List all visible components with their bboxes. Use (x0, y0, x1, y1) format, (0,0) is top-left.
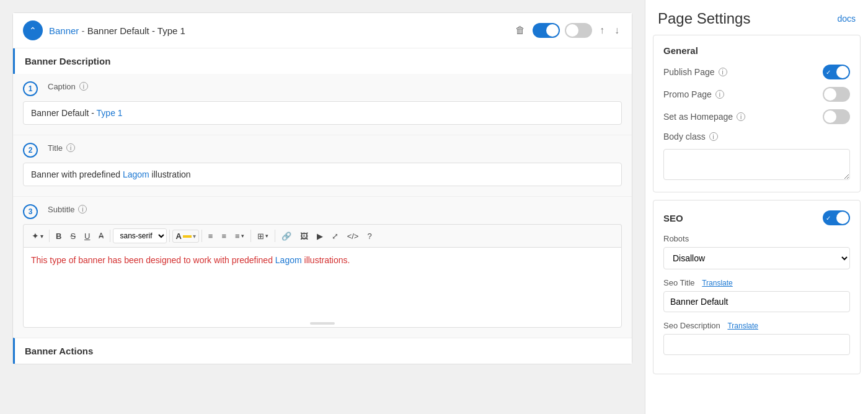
set-homepage-label: Set as Homepage i (663, 112, 745, 122)
move-down-button[interactable]: ↓ (612, 22, 622, 38)
set-homepage-toggle[interactable] (823, 109, 850, 124)
toolbar-sep-6 (275, 230, 275, 242)
publish-page-label: Publish Page i (663, 67, 727, 77)
toolbar-unordered-list-btn[interactable]: ≡ (205, 229, 217, 243)
seo-title-label-text: Seo Title (663, 278, 695, 287)
toolbar-bold-btn[interactable]: B (52, 229, 65, 243)
toolbar-help-btn[interactable]: ? (363, 229, 375, 243)
set-homepage-row: Set as Homepage i (663, 109, 850, 124)
toolbar-sep-5 (250, 230, 251, 242)
block-card: ⌃ Banner - Banner Default - Type 1 🗑 ↑ ↓… (12, 12, 632, 364)
editor-text-prefix: This type of banner has been designed to… (31, 255, 275, 265)
toolbar-media-btn[interactable]: ▶ (313, 229, 327, 243)
set-homepage-label-text: Set as Homepage (663, 112, 733, 122)
toolbar-fullscreen-btn[interactable]: ⤢ (328, 229, 342, 243)
title-input[interactable]: Banner with predefined Lagom illustratio… (23, 163, 622, 186)
body-class-field: Body class i (663, 132, 850, 182)
seo-description-label-text: Seo Description (663, 321, 720, 330)
seo-settings-section: SEO Robots Disallow Allow Seo Title Tran… (653, 200, 861, 374)
seo-description-input[interactable] (663, 334, 850, 355)
title-field-section: 2 Title i Banner with predefined Lagom i… (13, 135, 632, 196)
publish-page-toggle[interactable] (823, 65, 850, 79)
page-settings-title: Page Settings (658, 10, 750, 27)
toolbar-underline-btn[interactable]: U (81, 229, 94, 243)
toolbar-link-btn[interactable]: 🔗 (278, 229, 295, 243)
body-class-info: i (709, 132, 718, 141)
title-field-row: 2 Title i (23, 143, 622, 158)
seo-title: SEO (663, 213, 683, 223)
seo-header: SEO (663, 210, 850, 225)
title-info-icon: i (66, 143, 75, 152)
banner-description-title: Banner Description (25, 56, 110, 66)
title-number: 2 (23, 143, 38, 158)
promo-page-info: i (715, 90, 724, 99)
right-sidebar: Page Settings docs General Publish Page … (645, 0, 868, 414)
seo-toggle[interactable] (823, 210, 850, 225)
toolbar-sep-2 (110, 230, 110, 242)
block-toggle[interactable] (533, 23, 560, 38)
subtitle-label-group: Subtitle i (48, 204, 87, 214)
block-title-dash: - (82, 25, 87, 36)
promo-page-label-text: Promo Page (663, 89, 712, 99)
seo-description-label: Seo Description Translate (663, 321, 850, 330)
seo-title-input[interactable] (663, 291, 850, 312)
editor-content: This type of banner has been designed to… (31, 255, 614, 265)
title-label-group: Title i (48, 143, 75, 153)
publish-page-row: Publish Page i (663, 65, 850, 79)
set-homepage-info: i (737, 112, 745, 121)
editor-text-blue: Lagom (275, 255, 302, 265)
block-title-prefix: Banner (49, 25, 79, 36)
toolbar-magic-btn[interactable]: ✦▾ (29, 229, 46, 243)
toolbar-source-btn[interactable]: </> (343, 229, 363, 243)
body-class-input[interactable] (663, 149, 850, 180)
caption-label-group: Caption i (48, 81, 88, 91)
seo-description-translate-link[interactable]: Translate (727, 322, 758, 330)
scrollbar-indicator (310, 322, 335, 325)
title-label: Title (48, 143, 63, 153)
rich-text-toolbar: ✦▾ B S U A̶ sans-serif A ▾ ≡ ≡ (23, 224, 622, 247)
text-color-btn[interactable]: A ▾ (172, 230, 198, 243)
subtitle-field-section: 3 Subtitle i ✦▾ B S U A̶ sans-serif (13, 197, 632, 338)
subtitle-field-row: 3 Subtitle i (23, 204, 622, 219)
toolbar-clear-format-btn[interactable]: A̶ (95, 229, 107, 243)
robots-label: Robots (663, 234, 850, 243)
body-class-label-text: Body class (663, 132, 706, 142)
toolbar-sep-3 (169, 230, 170, 242)
caption-field-row: 1 Caption i (23, 81, 622, 96)
toolbar-sep-4 (202, 230, 202, 242)
publish-page-info: i (719, 68, 727, 76)
caption-input[interactable]: Banner Default - Type 1 (23, 101, 622, 125)
body-class-label: Body class i (663, 132, 850, 142)
banner-actions-title: Banner Actions (25, 346, 93, 356)
toolbar-table-btn[interactable]: ⊞▾ (254, 229, 272, 243)
general-section-title: General (663, 45, 850, 56)
toolbar-align-btn[interactable]: ≡▾ (231, 229, 248, 243)
robots-select[interactable]: Disallow Allow (663, 247, 850, 269)
subtitle-label: Subtitle (48, 205, 74, 214)
promo-page-row: Promo Page i (663, 87, 850, 102)
promo-page-label: Promo Page i (663, 89, 724, 99)
banner-description-header: Banner Description (13, 48, 632, 74)
caption-field-section: 1 Caption i Banner Default - Type 1 (13, 74, 632, 135)
toolbar-strikethrough-btn[interactable]: S (66, 229, 79, 243)
block-secondary-toggle[interactable] (565, 23, 592, 38)
toolbar-image-btn[interactable]: 🖼 (296, 229, 312, 243)
block-collapse-icon[interactable]: ⌃ (23, 20, 43, 40)
subtitle-info-icon: i (78, 205, 87, 214)
seo-title-label: Seo Title Translate (663, 278, 850, 287)
publish-page-label-text: Publish Page (663, 67, 715, 77)
font-family-select[interactable]: sans-serif (113, 228, 167, 243)
docs-link[interactable]: docs (837, 14, 856, 24)
caption-info-icon: i (79, 82, 88, 91)
delete-button[interactable]: 🗑 (513, 22, 528, 38)
general-settings-section: General Publish Page i Promo Page i Set … (653, 35, 861, 192)
move-up-button[interactable]: ↑ (597, 22, 607, 38)
toolbar-ordered-list-btn[interactable]: ≡ (218, 229, 230, 243)
seo-title-translate-link[interactable]: Translate (702, 279, 733, 287)
page-settings-header: Page Settings docs (645, 0, 868, 35)
block-header: ⌃ Banner - Banner Default - Type 1 🗑 ↑ ↓ (13, 13, 632, 48)
promo-page-toggle[interactable] (823, 87, 850, 102)
block-title-name: Banner Default - Type 1 (87, 25, 185, 36)
subtitle-editor[interactable]: This type of banner has been designed to… (23, 247, 622, 328)
block-actions: 🗑 ↑ ↓ (513, 22, 622, 38)
